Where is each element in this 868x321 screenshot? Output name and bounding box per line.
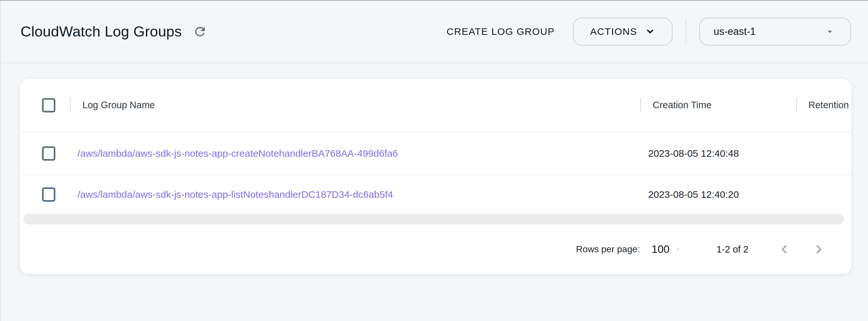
log-groups-card: Log Group Name Creation Time Retention xyxy=(20,79,851,274)
select-all-checkbox[interactable] xyxy=(42,98,55,112)
row-checkbox[interactable] xyxy=(42,187,55,202)
column-header-log-group-name: Log Group Name xyxy=(83,100,155,111)
log-group-link[interactable]: /aws/lambda/aws-sdk-js-notes-app-listNot… xyxy=(78,189,393,200)
rows-per-page-label: Rows per page: xyxy=(576,244,640,255)
rows-per-page-select[interactable]: 100 xyxy=(652,243,683,256)
page-title: CloudWatch Log Groups xyxy=(21,23,182,40)
header-time-cell: Creation Time xyxy=(640,98,796,113)
page-header: CloudWatch Log Groups CREATE LOG GROUP A… xyxy=(0,1,868,63)
caret-down-icon xyxy=(824,26,835,37)
column-divider xyxy=(796,98,797,113)
column-header-retention: Retention xyxy=(808,100,849,111)
log-groups-table: Log Group Name Creation Time Retention xyxy=(20,79,851,214)
row-time-cell: 2023-08-05 12:40:20 xyxy=(640,189,796,200)
rows-per-page-value: 100 xyxy=(652,243,670,256)
header-retention-cell: Retention xyxy=(796,98,851,113)
table-row: /aws/lambda/aws-sdk-js-notes-app-createN… xyxy=(20,132,851,175)
chevron-right-icon xyxy=(812,242,826,257)
column-divider xyxy=(70,98,71,113)
caret-down-icon xyxy=(670,245,683,254)
horizontal-scrollbar xyxy=(20,214,851,225)
header-divider xyxy=(686,20,686,43)
previous-page-button[interactable] xyxy=(776,241,793,258)
row-checkbox-cell xyxy=(20,187,70,202)
row-checkbox-cell xyxy=(20,146,70,160)
creation-time-value: 2023-08-05 12:40:48 xyxy=(648,148,739,159)
log-group-link[interactable]: /aws/lambda/aws-sdk-js-notes-app-createN… xyxy=(78,148,398,159)
refresh-button[interactable] xyxy=(191,23,209,40)
pagination-range-label: 1-2 of 2 xyxy=(717,244,748,255)
table-header-row: Log Group Name Creation Time Retention xyxy=(20,79,851,132)
row-checkbox[interactable] xyxy=(42,146,55,160)
row-name-cell: /aws/lambda/aws-sdk-js-notes-app-createN… xyxy=(70,148,640,159)
app-screen: CloudWatch Log Groups CREATE LOG GROUP A… xyxy=(0,0,868,321)
chevron-down-icon xyxy=(645,26,655,37)
header-checkbox-cell xyxy=(20,98,70,112)
region-select[interactable]: us-east-1 xyxy=(699,18,851,46)
row-time-cell: 2023-08-05 12:40:48 xyxy=(640,148,796,159)
column-divider xyxy=(640,98,641,113)
actions-button[interactable]: ACTIONS xyxy=(573,18,673,46)
refresh-icon xyxy=(193,24,207,39)
main-content: Log Group Name Creation Time Retention xyxy=(0,63,868,274)
creation-time-value: 2023-08-05 12:40:20 xyxy=(648,189,739,200)
region-selected-value: us-east-1 xyxy=(714,26,824,37)
chevron-left-icon xyxy=(777,242,792,257)
header-name-cell: Log Group Name xyxy=(70,98,640,113)
create-log-group-button[interactable]: CREATE LOG GROUP xyxy=(437,20,564,43)
next-page-button[interactable] xyxy=(810,241,827,258)
pagination-bar: Rows per page: 100 1-2 of 2 xyxy=(20,225,851,274)
horizontal-scrollbar-thumb[interactable] xyxy=(23,214,844,225)
column-header-creation-time: Creation Time xyxy=(653,100,712,111)
row-name-cell: /aws/lambda/aws-sdk-js-notes-app-listNot… xyxy=(70,189,640,200)
actions-button-label: ACTIONS xyxy=(590,26,638,37)
table-row: /aws/lambda/aws-sdk-js-notes-app-listNot… xyxy=(20,175,851,214)
